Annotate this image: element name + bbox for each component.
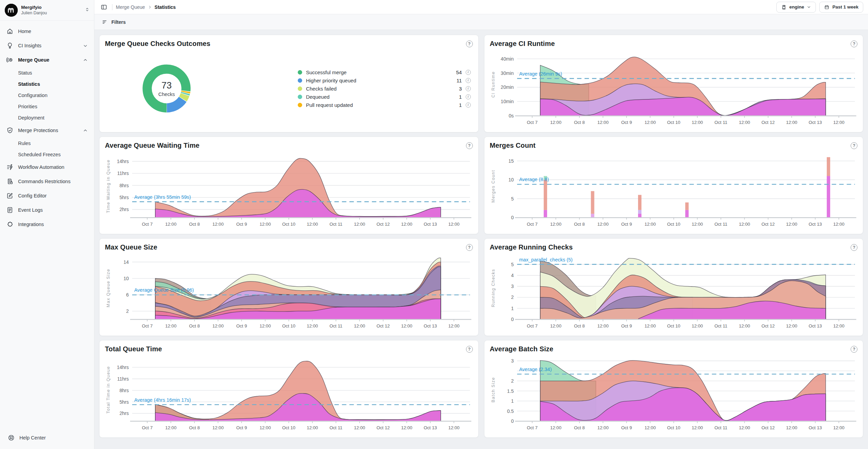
sidebar-item-deployment[interactable]: Deployment	[3, 112, 91, 123]
sidebar-item-workflow-automation[interactable]: Workflow Automation	[3, 160, 91, 174]
card-title: Merge Queue Checks Outcomes	[105, 40, 210, 48]
info-icon[interactable]: i	[466, 78, 471, 83]
svg-text:12:00: 12:00	[354, 323, 365, 328]
time-range-button[interactable]: Past 1 week	[819, 2, 863, 13]
sidebar-item-commands-restrictions[interactable]: Commands Restrictions	[3, 174, 91, 189]
svg-text:Oct 8: Oct 8	[189, 222, 200, 227]
card-total-queue-time: Total Queue Time ? 2hrs5hrs8hrs11hrs14hr…	[99, 340, 479, 438]
help-icon[interactable]: ?	[466, 346, 473, 353]
help-icon[interactable]: ?	[466, 41, 473, 47]
svg-text:Time Waiting in Queue: Time Waiting in Queue	[106, 159, 111, 213]
sidebar: Mergifyio Julien Danjou HomeCI InsightsM…	[0, 0, 94, 449]
sidebar-item-home[interactable]: Home	[3, 24, 91, 38]
sidebar-item-label: Workflow Automation	[18, 164, 88, 170]
org-avatar	[5, 4, 18, 17]
sidebar-item-scheduled-freezes[interactable]: Scheduled Freezes	[3, 149, 91, 160]
svg-text:Oct 8: Oct 8	[574, 222, 585, 227]
legend-label: Successful merge	[306, 69, 452, 75]
org-switcher[interactable]: Mergifyio Julien Danjou	[0, 0, 94, 21]
help-icon[interactable]: ?	[851, 41, 857, 47]
average-label: Average (8.8)	[519, 177, 548, 182]
sidebar-item-merge-queue[interactable]: Merge Queue	[3, 53, 91, 67]
card-max-queue-size: Max Queue Size ? 261014Oct 712:00Oct 812…	[99, 238, 479, 336]
sidebar-toggle-icon[interactable]	[99, 2, 109, 12]
svg-text:Oct 13: Oct 13	[424, 222, 437, 227]
svg-text:12:00: 12:00	[739, 222, 750, 227]
sidebar-item-label: Merge Protections	[18, 128, 78, 133]
sidebar-item-statistics[interactable]: Statistics	[3, 78, 91, 90]
repository-select[interactable]: engine	[776, 2, 816, 13]
svg-text:12:00: 12:00	[597, 222, 608, 227]
bar-segment	[544, 210, 547, 218]
bar-segment	[826, 157, 830, 176]
svg-text:Oct 10: Oct 10	[667, 120, 680, 125]
sidebar-item-label: Integrations	[18, 222, 88, 227]
bar-segment	[685, 203, 688, 210]
svg-text:12:00: 12:00	[212, 425, 223, 430]
svg-text:0: 0	[511, 215, 514, 220]
help-icon[interactable]: ?	[851, 244, 857, 251]
sidebar-item-event-logs[interactable]: Event Logs	[3, 203, 91, 217]
svg-text:12:00: 12:00	[212, 323, 223, 328]
sidebar-subnav-merge-queue: StatusStatisticsConfigurationPrioritiesD…	[3, 67, 91, 123]
average-label: Average (4hrs 16min 17s)	[134, 397, 191, 403]
svg-text:12:00: 12:00	[786, 425, 797, 430]
svg-text:Oct 11: Oct 11	[714, 323, 727, 328]
legend-dot	[298, 86, 302, 91]
sidebar-item-ci-insights[interactable]: CI Insights	[3, 38, 91, 53]
help-center-link[interactable]: Help Center	[7, 434, 88, 442]
sidebar-item-status[interactable]: Status	[3, 67, 91, 78]
svg-text:12:00: 12:00	[260, 323, 271, 328]
sidebar-item-merge-protections[interactable]: Merge Protections	[3, 123, 91, 138]
svg-text:15: 15	[508, 158, 514, 164]
org-selector-icon[interactable]	[84, 7, 90, 14]
svg-text:Oct 10: Oct 10	[282, 222, 295, 227]
chevron-up-icon	[83, 58, 88, 63]
bar-segment	[591, 214, 594, 218]
breadcrumb-parent[interactable]: Merge Queue	[116, 4, 145, 10]
svg-text:40min: 40min	[500, 56, 513, 62]
help-icon[interactable]: ?	[851, 346, 857, 353]
card-title: Average Running Checks	[490, 243, 573, 251]
sidebar-item-rules[interactable]: Rules	[3, 138, 91, 149]
svg-text:Oct 11: Oct 11	[329, 425, 342, 430]
help-icon[interactable]: ?	[851, 142, 857, 149]
help-icon[interactable]: ?	[466, 244, 473, 251]
topbar: Merge Queue Statistics engine	[94, 0, 868, 14]
sidebar-item-label: CI Insights	[18, 43, 78, 48]
average-label: Average Queue Size (5.96)	[134, 287, 194, 293]
svg-text:Oct 7: Oct 7	[142, 425, 153, 430]
svg-text:12:00: 12:00	[401, 425, 412, 430]
sidebar-item-config-editor[interactable]: Config Editor	[3, 189, 91, 203]
svg-text:8hrs: 8hrs	[120, 388, 129, 393]
svg-text:Total Time in Queue: Total Time in Queue	[106, 366, 111, 414]
info-icon[interactable]: i	[466, 70, 471, 75]
info-icon[interactable]: i	[466, 86, 471, 91]
help-icon[interactable]: ?	[466, 142, 473, 149]
info-icon[interactable]: i	[466, 94, 471, 99]
svg-text:30min: 30min	[500, 70, 513, 76]
svg-text:Oct 9: Oct 9	[236, 323, 247, 328]
average-label: Average (3hrs 55min 59s)	[134, 194, 191, 200]
svg-text:Oct 8: Oct 8	[574, 120, 585, 125]
sidebar-item-priorities[interactable]: Priorities	[3, 101, 91, 112]
card-title: Merges Count	[490, 142, 536, 149]
info-icon[interactable]: i	[466, 102, 471, 108]
breadcrumb-current: Statistics	[155, 4, 176, 10]
donut-total: 73	[161, 80, 172, 91]
svg-text:Oct 10: Oct 10	[282, 323, 295, 328]
sidebar-subnav-merge-protections: RulesScheduled Freezes	[3, 138, 91, 160]
sidebar-item-configuration[interactable]: Configuration	[3, 90, 91, 101]
ci-runtime-chart: 0s10min20min30min40minOct 712:00Oct 812:…	[490, 49, 858, 128]
svg-text:Oct 10: Oct 10	[667, 323, 680, 328]
sidebar-item-integrations[interactable]: Integrations	[3, 217, 91, 231]
svg-text:Oct 10: Oct 10	[667, 222, 680, 227]
svg-text:CI Runtime: CI Runtime	[491, 71, 495, 97]
svg-text:8hrs: 8hrs	[120, 183, 129, 188]
svg-text:Oct 11: Oct 11	[714, 120, 727, 125]
svg-text:12:00: 12:00	[786, 323, 797, 328]
filters-button[interactable]: Filters	[111, 19, 126, 25]
svg-text:Oct 13: Oct 13	[424, 425, 437, 430]
merges-count-chart: 051015Oct 712:00Oct 812:00Oct 912:00Oct …	[490, 151, 858, 230]
svg-text:Oct 13: Oct 13	[808, 323, 822, 328]
